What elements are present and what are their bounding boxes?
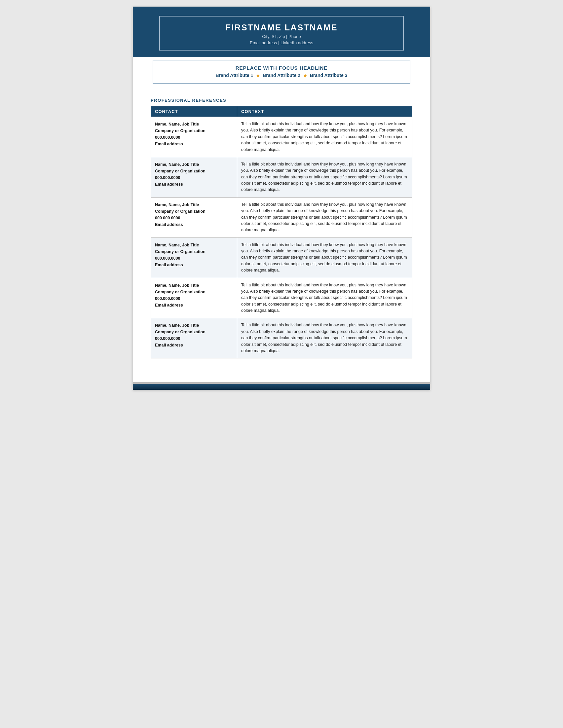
contact-company: Company or Organization bbox=[155, 208, 233, 215]
references-table: CONTACT CONTEXT Name, Name, Job Title Co… bbox=[151, 106, 412, 358]
contact-cell: Name, Name, Job Title Company or Organiz… bbox=[151, 117, 237, 157]
table-row: Name, Name, Job Title Company or Organiz… bbox=[151, 318, 412, 358]
contact-phone: 000.000.0000 bbox=[155, 134, 233, 141]
email-linkedin-text: Email address | LinkedIn address bbox=[250, 40, 313, 45]
table-row: Name, Name, Job Title Company or Organiz… bbox=[151, 237, 412, 278]
table-row: Name, Name, Job Title Company or Organiz… bbox=[151, 117, 412, 157]
contact-cell: Name, Name, Job Title Company or Organiz… bbox=[151, 157, 237, 197]
contact-email: Email address bbox=[155, 302, 233, 309]
contact-email: Email address bbox=[155, 221, 233, 228]
email-linkedin-line: Email address | LinkedIn address bbox=[167, 40, 396, 45]
subheader-section: REPLACE WITH FOCUS HEADLINE Brand Attrib… bbox=[153, 60, 410, 84]
context-cell: Tell a little bit about this individual … bbox=[237, 237, 412, 278]
brand-attribute-3: Brand Attribute 3 bbox=[310, 73, 348, 78]
contact-email: Email address bbox=[155, 262, 233, 268]
contact-name: Name, Name, Job Title bbox=[155, 322, 233, 329]
contact-company: Company or Organization bbox=[155, 248, 233, 255]
focus-headline: REPLACE WITH FOCUS HEADLINE bbox=[160, 65, 403, 71]
contact-name: Name, Name, Job Title bbox=[155, 282, 233, 289]
table-row: Name, Name, Job Title Company or Organiz… bbox=[151, 197, 412, 237]
header-inner-box: FIRSTNAME LASTNAME City, ST, Zip | Phone… bbox=[159, 16, 404, 51]
contact-cell: Name, Name, Job Title Company or Organiz… bbox=[151, 197, 237, 237]
contact-cell: Name, Name, Job Title Company or Organiz… bbox=[151, 278, 237, 318]
contact-company: Company or Organization bbox=[155, 127, 233, 134]
contact-company: Company or Organization bbox=[155, 329, 233, 335]
contact-cell: Name, Name, Job Title Company or Organiz… bbox=[151, 237, 237, 278]
brand-attribute-2: Brand Attribute 2 bbox=[263, 73, 300, 78]
contact-phone: 000.000.0000 bbox=[155, 335, 233, 342]
contact-name: Name, Name, Job Title bbox=[155, 161, 233, 168]
contact-phone: 000.000.0000 bbox=[155, 255, 233, 262]
context-cell: Tell a little bit about this individual … bbox=[237, 117, 412, 157]
context-cell: Tell a little bit about this individual … bbox=[237, 197, 412, 237]
location-line: City, ST, Zip | Phone bbox=[167, 34, 396, 39]
context-cell: Tell a little bit about this individual … bbox=[237, 278, 412, 318]
contact-name: Name, Name, Job Title bbox=[155, 201, 233, 208]
diamond-2: ◆ bbox=[304, 73, 307, 78]
diamond-1: ◆ bbox=[256, 73, 259, 78]
table-row: Name, Name, Job Title Company or Organiz… bbox=[151, 278, 412, 318]
contact-email: Email address bbox=[155, 181, 233, 188]
full-name: FIRSTNAME LASTNAME bbox=[167, 22, 396, 33]
section-header: PROFESSIONAL REFERENCES bbox=[133, 90, 430, 106]
context-cell: Tell a little bit about this individual … bbox=[237, 318, 412, 358]
contact-phone: 000.000.0000 bbox=[155, 174, 233, 181]
resume-page: FIRSTNAME LASTNAME City, ST, Zip | Phone… bbox=[133, 7, 430, 390]
contact-cell: Name, Name, Job Title Company or Organiz… bbox=[151, 318, 237, 358]
contact-company: Company or Organization bbox=[155, 168, 233, 174]
contact-email: Email address bbox=[155, 141, 233, 147]
contact-phone: 000.000.0000 bbox=[155, 215, 233, 221]
brand-attribute-1: Brand Attribute 1 bbox=[215, 73, 253, 78]
bottom-band bbox=[133, 384, 430, 390]
contact-company: Company or Organization bbox=[155, 289, 233, 295]
table-header-row: CONTACT CONTEXT bbox=[151, 106, 412, 117]
contact-name: Name, Name, Job Title bbox=[155, 242, 233, 248]
contact-name: Name, Name, Job Title bbox=[155, 121, 233, 127]
contact-email: Email address bbox=[155, 342, 233, 348]
brand-attributes-line: Brand Attribute 1 ◆ Brand Attribute 2 ◆ … bbox=[160, 73, 403, 78]
col-contact-header: CONTACT bbox=[151, 106, 237, 117]
contact-phone: 000.000.0000 bbox=[155, 295, 233, 302]
header-band: FIRSTNAME LASTNAME City, ST, Zip | Phone… bbox=[133, 7, 430, 57]
section-title: PROFESSIONAL REFERENCES bbox=[151, 98, 412, 103]
table-row: Name, Name, Job Title Company or Organiz… bbox=[151, 157, 412, 197]
col-context-header: CONTEXT bbox=[237, 106, 412, 117]
subheader-wrapper: REPLACE WITH FOCUS HEADLINE Brand Attrib… bbox=[133, 60, 430, 90]
context-cell: Tell a little bit about this individual … bbox=[237, 157, 412, 197]
location-text: City, ST, Zip | Phone bbox=[262, 34, 301, 39]
